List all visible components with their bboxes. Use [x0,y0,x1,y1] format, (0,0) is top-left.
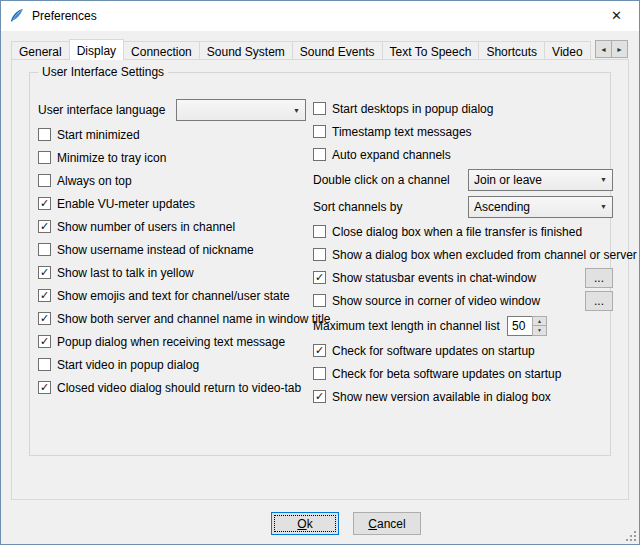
language-label: User interface language [38,103,176,117]
ok-button[interactable]: Ok [271,512,339,535]
checkbox-row: Timestamp text messages [313,120,613,143]
tab-bar: GeneralDisplayConnectionSound SystemSoun… [11,39,597,60]
tab-scroll-right-button[interactable]: ► [611,40,628,58]
cancel-button[interactable]: Cancel [353,512,421,535]
left-column: User interface language ▼ Start minimize… [38,97,310,399]
group-title: User Interface Settings [38,65,168,79]
group-user-interface-settings: User Interface Settings User interface l… [29,72,611,456]
ellipsis-button[interactable]: ... [585,268,613,288]
checkbox-unchecked[interactable] [313,248,326,261]
checkbox-checked[interactable]: ✓ [313,344,326,357]
checkbox-checked[interactable]: ✓ [313,390,326,403]
window-title: Preferences [32,9,97,23]
chevron-down-icon: ▼ [596,198,611,216]
tab-display[interactable]: Display [69,39,124,60]
checkbox-label: Close dialog box when a file transfer is… [332,225,582,239]
app-icon [9,8,25,24]
double-click-value: Join or leave [474,173,594,187]
checkbox-label: Show last to talk in yellow [57,266,194,280]
checkbox-row: Start desktops in popup dialog [313,97,613,120]
checkbox-label: Closed video dialog should return to vid… [57,381,301,395]
checkbox-label: Start desktops in popup dialog [332,102,493,116]
tab-text-to-speech[interactable]: Text To Speech [382,41,480,60]
preferences-window: Preferences ✕ GeneralDisplayConnectionSo… [0,0,640,545]
checkbox-checked[interactable]: ✓ [38,381,51,394]
checkbox-unchecked[interactable] [313,148,326,161]
checkbox-unchecked[interactable] [38,243,51,256]
checkbox-label: Popup dialog when receiving text message [57,335,285,349]
checkbox-row: ✓Show new version available in dialog bo… [313,385,613,408]
checkbox-label: Check for beta software updates on start… [332,367,561,381]
tab-scroll-left-button[interactable]: ◄ [595,40,612,58]
chevron-down-icon: ▼ [596,171,611,189]
checkbox-label: Show emojis and text for channel/user st… [57,289,290,303]
max-text-length-field[interactable]: 50 [507,316,533,336]
checkbox-unchecked[interactable] [313,125,326,138]
checkbox-checked[interactable]: ✓ [38,197,51,210]
right-checkbox-list-top: Start desktops in popup dialogTimestamp … [313,97,613,166]
checkbox-row: ✓Enable VU-meter updates [38,192,310,215]
tab-sound-system[interactable]: Sound System [199,41,293,60]
spin-buttons: ▲ ▼ [532,316,547,336]
tab-general[interactable]: General [11,41,70,60]
checkbox-row: Start video in popup dialog [38,353,310,376]
left-checkbox-list: Start minimizedMinimize to tray iconAlwa… [38,123,310,399]
checkbox-unchecked[interactable] [313,367,326,380]
max-text-length-row: Maximum text length in channel list 50 ▲… [313,312,613,339]
checkbox-label: Show number of users in channel [57,220,235,234]
checkbox-row: ✓Show number of users in channel [38,215,310,238]
checkbox-row: ✓Show last to talk in yellow [38,261,310,284]
checkbox-label: Start video in popup dialog [57,358,199,372]
checkbox-unchecked[interactable] [38,174,51,187]
language-dropdown[interactable]: ▼ [176,99,306,121]
scroll-left-icon: ◄ [600,46,607,53]
checkbox-label: Show source in corner of video window [332,294,540,308]
checkbox-label: Minimize to tray icon [57,151,166,165]
scroll-right-icon: ► [616,46,623,53]
checkbox-unchecked[interactable] [38,358,51,371]
tab-sound-events[interactable]: Sound Events [292,41,383,60]
checkbox-row: Start minimized [38,123,310,146]
checkbox-row: ✓Show both server and channel name in wi… [38,307,310,330]
checkbox-label: Show new version available in dialog box [332,390,551,404]
checkbox-unchecked[interactable] [38,128,51,141]
checkbox-row: ✓Show statusbar events in chat-window... [313,266,613,289]
close-icon: ✕ [611,8,622,23]
checkbox-row: Show username instead of nickname [38,238,310,261]
tab-video[interactable]: Video [544,41,590,60]
checkbox-checked[interactable]: ✓ [38,266,51,279]
checkbox-label: Timestamp text messages [332,125,472,139]
spin-down-button[interactable]: ▼ [532,325,547,336]
checkbox-row: Show source in corner of video window... [313,289,613,312]
sort-channels-dropdown[interactable]: Ascending ▼ [468,196,613,218]
checkbox-checked[interactable]: ✓ [38,289,51,302]
checkbox-row: Show a dialog box when excluded from cha… [313,243,613,266]
checkbox-label: Enable VU-meter updates [57,197,195,211]
double-click-row: Double click on a channel Join or leave … [313,166,613,193]
resize-grip[interactable] [624,529,637,542]
tab-connection[interactable]: Connection [123,41,200,60]
checkbox-checked[interactable]: ✓ [313,271,326,284]
double-click-dropdown[interactable]: Join or leave ▼ [468,169,613,191]
checkbox-unchecked[interactable] [313,102,326,115]
tab-scroll-control: ◄ ► [596,40,630,58]
checkbox-checked[interactable]: ✓ [38,220,51,233]
tab-shortcuts[interactable]: Shortcuts [478,41,545,60]
right-column: Start desktops in popup dialogTimestamp … [313,97,613,408]
tab-page-display: User Interface Settings User interface l… [11,59,629,500]
language-row: User interface language ▼ [38,97,310,123]
spin-down-icon: ▼ [537,327,542,333]
checkbox-unchecked[interactable] [38,151,51,164]
checkbox-label: Show username instead of nickname [57,243,254,257]
ellipsis-button[interactable]: ... [585,291,613,311]
right-checkbox-list-mid: Close dialog box when a file transfer is… [313,220,613,312]
checkbox-unchecked[interactable] [313,294,326,307]
checkbox-row: ✓Closed video dialog should return to vi… [38,376,310,399]
checkbox-label: Show statusbar events in chat-window [332,271,536,285]
checkbox-checked[interactable]: ✓ [38,335,51,348]
checkbox-unchecked[interactable] [313,225,326,238]
checkbox-checked[interactable]: ✓ [38,312,51,325]
sort-channels-label: Sort channels by [313,200,468,214]
close-button[interactable]: ✕ [594,1,639,30]
checkbox-label: Show a dialog box when excluded from cha… [332,248,637,262]
